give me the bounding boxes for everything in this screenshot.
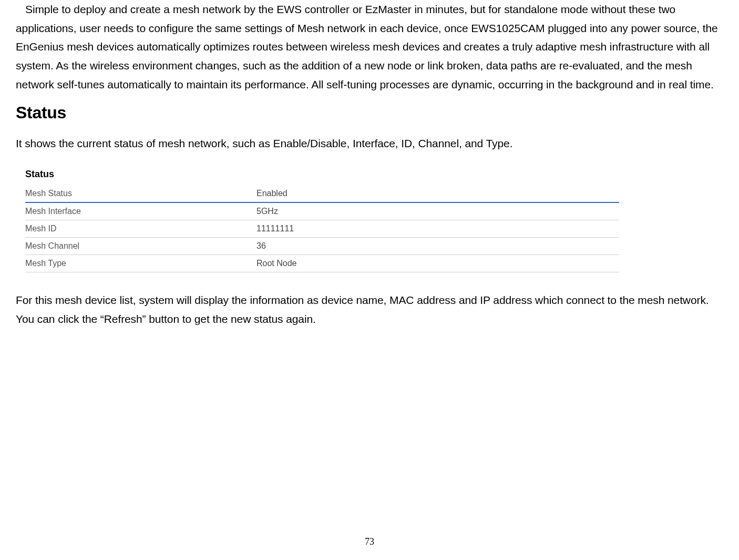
table-row: Mesh ID 11111111 [25, 220, 619, 238]
status-value: Root Node [256, 255, 619, 272]
status-value: Enabled [256, 185, 619, 202]
status-description: It shows the current status of mesh netw… [16, 134, 723, 153]
status-key: Mesh Type [25, 255, 256, 272]
status-value: 36 [256, 238, 619, 255]
status-heading: Status [16, 103, 723, 123]
status-key: Mesh ID [25, 220, 256, 238]
status-table: Mesh Status Enabled Mesh Interface 5GHz … [25, 185, 619, 272]
table-row: Mesh Status Enabled [25, 185, 619, 202]
status-value: 11111111 [256, 220, 619, 238]
status-key: Mesh Channel [25, 238, 256, 255]
table-row: Mesh Channel 36 [25, 238, 619, 255]
status-table-title: Status [16, 169, 723, 180]
table-row: Mesh Interface 5GHz [25, 202, 619, 220]
status-value: 5GHz [256, 202, 619, 220]
device-list-paragraph: For this mesh device list, system will d… [16, 291, 723, 328]
status-key: Mesh Status [25, 185, 256, 202]
status-key: Mesh Interface [25, 202, 256, 220]
intro-paragraph: Simple to deploy and create a mesh netwo… [16, 0, 723, 94]
table-row: Mesh Type Root Node [25, 255, 619, 272]
status-table-container: Status Mesh Status Enabled Mesh Interfac… [16, 162, 723, 272]
